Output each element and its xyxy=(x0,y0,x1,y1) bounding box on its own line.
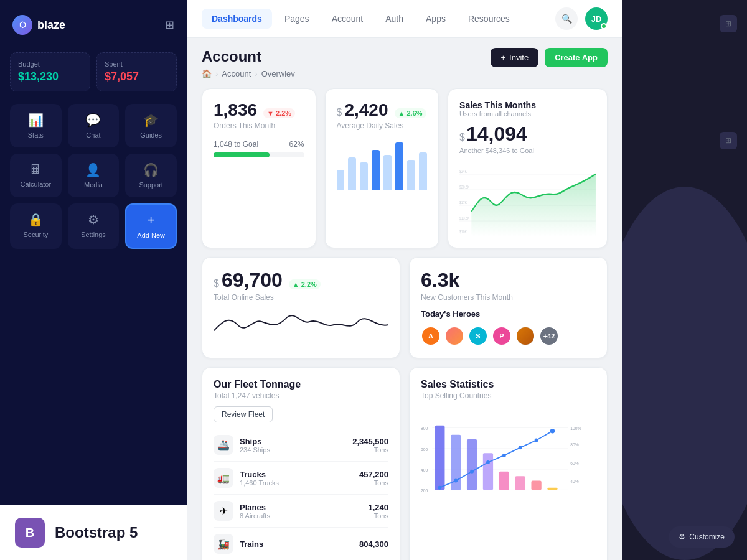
support-icon: 🎧 xyxy=(143,162,159,177)
svg-rect-20 xyxy=(483,453,493,490)
ships-icon: 🚢 xyxy=(214,435,233,455)
orders-value: 1,836 xyxy=(214,100,257,120)
panel-settings-2[interactable]: ⊞ xyxy=(720,132,737,149)
svg-point-25 xyxy=(438,486,441,490)
sidebar-item-support[interactable]: 🎧 Support xyxy=(125,154,177,197)
sidebar-item-media[interactable]: 👤 Media xyxy=(68,154,120,197)
customize-button[interactable]: ⚙ Customize xyxy=(669,526,735,548)
calculator-icon: 🖩 xyxy=(29,162,42,177)
topnav: Dashboards Pages Account Auth Apps Resou… xyxy=(187,0,622,38)
chat-label: Chat xyxy=(86,131,100,139)
spent-label: Spent xyxy=(105,60,169,68)
budget-row: Budget $13,230 Spent $7,057 xyxy=(10,52,177,91)
sidebar-item-chat[interactable]: 💬 Chat xyxy=(68,104,120,147)
sidebar-menu-toggle[interactable]: ⊞ xyxy=(165,18,174,32)
hero-more: +42 xyxy=(539,326,559,346)
sidebar-item-security[interactable]: 🔒 Security xyxy=(10,203,62,249)
sidebar-item-guides[interactable]: 🎓 Guides xyxy=(125,104,177,147)
heroes-title: Today's Heroes xyxy=(421,309,596,319)
sales-stats-card: Sales Statistics Top Selling Countries 8… xyxy=(409,367,608,560)
logo-area: ⬡ blaze xyxy=(12,15,65,35)
ships-name: Ships xyxy=(240,437,270,446)
sidebar-item-settings[interactable]: ⚙ Settings xyxy=(68,203,120,249)
hero-2 xyxy=(444,326,464,346)
tab-apps[interactable]: Apps xyxy=(416,9,456,29)
trucks-sub: 1,460 Trucks xyxy=(240,479,279,487)
trucks-value: 457,200 xyxy=(359,470,388,479)
guides-icon: 🎓 xyxy=(143,113,159,128)
new-customers-label: New Customers This Month xyxy=(421,293,596,302)
svg-rect-19 xyxy=(467,439,477,490)
tab-resources[interactable]: Resources xyxy=(458,9,520,29)
invite-button[interactable]: + Invite xyxy=(491,48,538,67)
breadcrumb-sep1: › xyxy=(215,69,218,78)
planes-sub: 8 Aircrafts xyxy=(240,512,270,520)
fleet-subtitle: Total 1,247 vehicles xyxy=(214,391,388,400)
svg-text:400: 400 xyxy=(421,468,428,472)
tab-dashboards[interactable]: Dashboards xyxy=(202,9,272,29)
breadcrumb-account: Account xyxy=(222,69,251,78)
orders-progress: 1,048 to Goal 62% xyxy=(214,140,304,157)
sidebar-item-calculator[interactable]: 🖩 Calculator xyxy=(10,154,62,197)
svg-text:800: 800 xyxy=(421,426,428,431)
avg-sales-prefix: $ xyxy=(337,107,342,118)
online-indicator xyxy=(601,23,607,29)
user-avatar[interactable]: JD xyxy=(585,7,608,30)
trucks-icon: 🚛 xyxy=(214,468,233,488)
bar-8 xyxy=(419,152,427,190)
trucks-name: Trucks xyxy=(240,470,279,479)
add-new-label: Add New xyxy=(137,231,165,239)
svg-point-30 xyxy=(519,446,522,449)
bar-5 xyxy=(383,155,392,190)
orders-card: 1,836 ▼ 2.2% Orders This Month 1,048 to … xyxy=(202,88,316,248)
support-label: Support xyxy=(139,181,163,189)
avg-sales-badge: ▲ 2.6% xyxy=(395,108,426,118)
panel-settings-1[interactable]: ⊞ xyxy=(720,15,737,32)
bar-7 xyxy=(407,160,415,190)
ships-value: 2,345,500 xyxy=(352,437,388,446)
bottom-row: Our Fleet Tonnage Total 1,247 vehicles R… xyxy=(202,367,608,560)
sales-this-month-card: Sales This Months Users from all channel… xyxy=(448,88,608,248)
bar-6 xyxy=(395,142,403,190)
stats-row: 1,836 ▼ 2.2% Orders This Month 1,048 to … xyxy=(202,88,608,248)
svg-point-28 xyxy=(486,460,490,464)
online-sales-card: $ 69,700 ▲ 2.2% Total Online Sales xyxy=(202,257,400,358)
panel-settings-icon-2: ⊞ xyxy=(725,136,731,145)
breadcrumb-overwiev: Overwiev xyxy=(261,69,295,78)
spent-card: Spent $7,057 xyxy=(96,52,177,91)
bar-4 xyxy=(372,150,380,190)
svg-text:$20.5K: $20.5K xyxy=(459,184,470,189)
sidebar-item-add-new[interactable]: + Add New xyxy=(125,203,177,249)
fleet-card: Our Fleet Tonnage Total 1,247 vehicles R… xyxy=(202,367,400,560)
fleet-item-trucks: 🚛 Trucks 1,460 Trucks 457,200 Tons xyxy=(214,462,388,495)
svg-rect-24 xyxy=(547,488,557,490)
bar-2 xyxy=(348,157,356,190)
svg-point-29 xyxy=(502,454,506,457)
review-fleet-button[interactable]: Review Fleet xyxy=(214,406,273,422)
avg-sales-card: $ 2,420 ▲ 2.6% Average Daily Sales xyxy=(325,88,439,248)
svg-point-27 xyxy=(470,470,474,474)
progress-bar-fill xyxy=(214,152,270,157)
progress-bar-bg xyxy=(214,152,304,157)
add-new-icon: + xyxy=(148,213,155,228)
svg-point-26 xyxy=(454,479,458,483)
panel-settings-icon-1: ⊞ xyxy=(725,19,731,28)
fleet-item-ships: 🚢 Ships 234 Ships 2,345,500 Tons xyxy=(214,429,388,462)
logo-text: blaze xyxy=(37,19,65,32)
settings-label: Settings xyxy=(81,231,106,238)
goal-label: 1,048 to Goal xyxy=(214,140,258,149)
hero-4: P xyxy=(492,326,512,346)
sidebar-grid-menu: 📊 Stats 💬 Chat 🎓 Guides 🖩 Calculator 👤 M… xyxy=(10,104,177,249)
tab-pages[interactable]: Pages xyxy=(275,9,319,29)
search-button[interactable]: 🔍 xyxy=(555,7,578,30)
goal-percent: 62% xyxy=(289,140,304,149)
tab-account[interactable]: Account xyxy=(322,9,374,29)
fleet-list: 🚢 Ships 234 Ships 2,345,500 Tons xyxy=(214,429,388,560)
bootstrap-banner: B Bootstrap 5 xyxy=(0,505,187,560)
svg-text:60%: 60% xyxy=(570,461,578,465)
create-app-button[interactable]: Create App xyxy=(545,48,608,67)
bootstrap-icon: B xyxy=(15,518,45,548)
breadcrumb-home-icon: 🏠 xyxy=(202,69,212,78)
tab-auth[interactable]: Auth xyxy=(375,9,413,29)
sidebar-item-stats[interactable]: 📊 Stats xyxy=(10,104,62,147)
